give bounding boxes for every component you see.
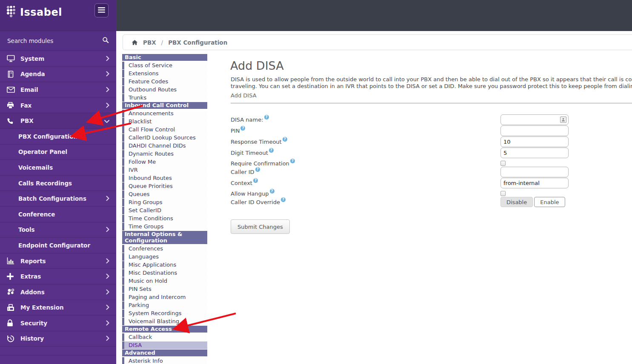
chevron-right-icon <box>106 70 109 78</box>
field-label-text: DISA name: <box>231 117 263 123</box>
menu-item-queues[interactable]: Queues <box>122 191 207 198</box>
form-row-require-confirmation: Require Confirmation? <box>231 160 580 166</box>
menu-item-queue-priorities[interactable]: Queue Priorities <box>122 182 207 190</box>
menu-item-languages[interactable]: Languages <box>122 253 207 261</box>
sidebar-subitem-operator-panel[interactable]: Operator Panel <box>0 145 116 160</box>
menu-item-dahdi-channel-dids[interactable]: DAHDI Channel DIDs <box>122 142 207 150</box>
help-icon[interactable]: ? <box>270 189 275 193</box>
sidebar-item-system[interactable]: System <box>0 51 116 67</box>
breadcrumb: PBX/PBX Configuration <box>123 34 632 50</box>
sidebar-subitem-endpoint-configurator[interactable]: Endpoint Configurator <box>0 238 116 253</box>
disa-name-input[interactable] <box>500 114 569 125</box>
menu-item-outbound-routes[interactable]: Outbound Routes <box>122 86 207 94</box>
menu-item-feature-codes[interactable]: Feature Codes <box>122 78 207 85</box>
menu-item-misc-applications[interactable]: Misc Applications <box>122 261 207 269</box>
sidebar-subitem-conference[interactable]: Conference <box>0 207 116 222</box>
home-icon[interactable] <box>132 40 138 46</box>
field-label: PIN? <box>231 128 500 134</box>
hamburger-icon <box>98 6 105 14</box>
help-icon[interactable]: ? <box>255 167 260 172</box>
field-label-text: Allow Hangup <box>231 191 269 197</box>
menu-item-set-callerid[interactable]: Set CallerID <box>122 207 207 214</box>
menu-item-pin-sets[interactable]: PIN Sets <box>122 285 207 293</box>
submit-changes-button[interactable]: Submit Changes <box>231 219 290 234</box>
help-icon[interactable]: ? <box>264 115 269 119</box>
sidebar-item-label: Security <box>20 320 47 327</box>
sidebar-subitem-batch-configurations[interactable]: Batch Configurations <box>0 191 116 207</box>
menu-item-extensions[interactable]: Extensions <box>122 70 207 77</box>
response-timeout-input[interactable] <box>500 136 569 147</box>
menu-item-asterisk-info[interactable]: Asterisk Info <box>122 357 207 364</box>
menu-item-voicemail-blasting[interactable]: Voicemail Blasting <box>122 318 207 325</box>
breadcrumb-item-pbx-configuration[interactable]: PBX Configuration <box>168 39 227 46</box>
sidebar-item-addons[interactable]: Addons <box>0 284 116 300</box>
sidebar-subitem-tools[interactable]: Tools <box>0 222 116 238</box>
menu-item-misc-destinations[interactable]: Misc Destinations <box>122 269 207 277</box>
menu-item-paging-and-intercom[interactable]: Paging and Intercom <box>122 293 207 301</box>
menu-item-callerid-lookup-sources[interactable]: CallerID Lookup Sources <box>122 134 207 142</box>
search-modules-input[interactable]: Search modules <box>0 31 116 51</box>
help-icon[interactable]: ? <box>290 159 295 163</box>
menu-item-time-groups[interactable]: Time Groups <box>122 223 207 230</box>
menu-item-blacklist[interactable]: Blacklist <box>122 118 207 125</box>
sidebar-item-agenda[interactable]: Agenda <box>0 67 116 82</box>
sidebar-subitem-label: PBX Configuration <box>18 133 77 140</box>
menu-item-callback[interactable]: Callback <box>122 333 207 341</box>
help-icon[interactable]: ? <box>283 137 287 142</box>
sidebar-item-label: Extras <box>20 273 41 280</box>
digit-timeout-input[interactable] <box>500 148 569 158</box>
require-confirmation-checkbox[interactable] <box>500 161 506 166</box>
help-icon[interactable]: ? <box>281 197 286 202</box>
help-icon[interactable]: ? <box>253 178 258 183</box>
breadcrumb-item-pbx[interactable]: PBX <box>143 39 156 46</box>
pin-input[interactable] <box>500 125 569 136</box>
issabel-logo[interactable]: Issabel <box>6 5 62 19</box>
menu-item-disa[interactable]: DISA <box>122 341 207 349</box>
sidebar-item-history[interactable]: History <box>0 331 116 347</box>
sidebar-item-fax[interactable]: Fax <box>0 98 116 114</box>
caller-id-input[interactable] <box>500 167 569 177</box>
menu-item-conferences[interactable]: Conferences <box>122 245 207 253</box>
sidebar-subitem-calls-recordings[interactable]: Calls Recordings <box>0 176 116 191</box>
sidebar-item-label: Fax <box>20 102 31 109</box>
field-label-text: Response Timeout <box>231 139 282 145</box>
menu-item-follow-me[interactable]: Follow Me <box>122 158 207 166</box>
menu-item-dynamic-routes[interactable]: Dynamic Routes <box>122 150 207 158</box>
disable-button[interactable]: Disable <box>500 197 533 207</box>
allow-hangup-checkbox[interactable] <box>500 191 506 196</box>
menu-item-announcements[interactable]: Announcements <box>122 110 207 117</box>
sidebar-item-my-extension[interactable]: My Extension <box>0 300 116 316</box>
menu-item-class-of-service[interactable]: Class of Service <box>122 62 207 69</box>
field-label: Require Confirmation? <box>231 160 500 167</box>
sidebar-item-pbx[interactable]: PBX <box>0 113 116 129</box>
form-row-pin: PIN? <box>231 125 580 136</box>
sidebar-item-email[interactable]: Email <box>0 82 116 98</box>
menu-item-ring-groups[interactable]: Ring Groups <box>122 199 207 206</box>
help-icon[interactable]: ? <box>269 148 274 153</box>
sidebar-subitem-voicemails[interactable]: Voicemails <box>0 160 116 176</box>
menu-item-music-on-hold[interactable]: Music on Hold <box>122 277 207 285</box>
help-icon[interactable]: ? <box>240 126 245 131</box>
enable-button[interactable]: Enable <box>534 197 565 207</box>
menu-item-parking[interactable]: Parking <box>122 301 207 309</box>
sidebar-item-label: Agenda <box>20 71 45 77</box>
page-description-line2: traveling. You can set a destination in … <box>231 83 632 89</box>
menu-item-ivr[interactable]: IVR <box>122 166 207 174</box>
chevron-right-icon <box>106 101 109 109</box>
context-input[interactable] <box>500 178 569 188</box>
menu-item-trunks[interactable]: Trunks <box>122 94 207 102</box>
sidebar-item-reports[interactable]: Reports <box>0 253 116 269</box>
menu-item-call-flow-control[interactable]: Call Flow Control <box>122 126 207 134</box>
sidebar-subitem-pbx-configuration[interactable]: PBX Configuration <box>0 129 116 145</box>
sidebar-item-security[interactable]: Security <box>0 316 116 331</box>
input-autofill-icon[interactable] <box>560 117 566 123</box>
sidebar-toggle-button[interactable] <box>94 3 109 17</box>
sidebar-item-label: History <box>20 335 44 342</box>
menu-item-inbound-routes[interactable]: Inbound Routes <box>122 174 207 182</box>
sidebar-item-extras[interactable]: Extras <box>0 269 116 284</box>
divider <box>231 103 632 103</box>
field-label: Allow Hangup? <box>231 191 500 197</box>
menu-item-time-conditions[interactable]: Time Conditions <box>122 215 207 222</box>
menu-item-system-recordings[interactable]: System Recordings <box>122 310 207 317</box>
top-bar <box>116 0 632 31</box>
